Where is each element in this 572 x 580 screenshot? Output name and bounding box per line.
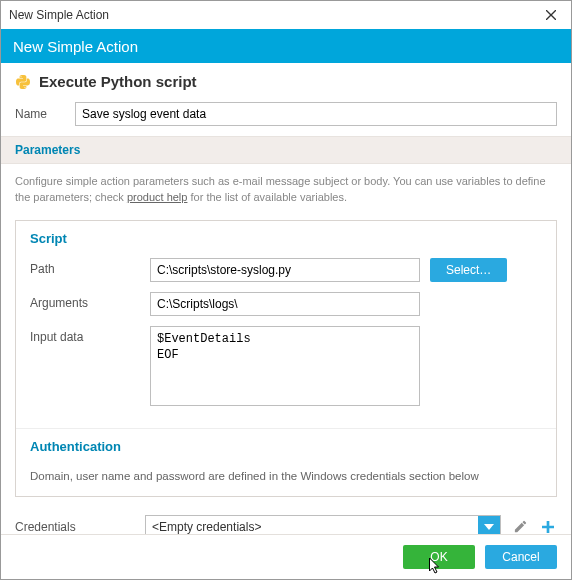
input-data-textarea[interactable]: $EventDetails EOF xyxy=(150,326,420,406)
instructions-text-2: for the list of available variables. xyxy=(187,191,347,203)
product-help-link[interactable]: product help xyxy=(127,191,188,203)
action-type-label: Execute Python script xyxy=(39,73,197,90)
plus-icon xyxy=(540,519,556,534)
input-data-row: Input data $EventDetails EOF xyxy=(30,326,542,406)
footer: OK Cancel xyxy=(1,534,571,579)
script-form: Path Select… Arguments Input data $Ev xyxy=(16,254,556,428)
dialog-window: New Simple Action New Simple Action Exec… xyxy=(0,0,572,580)
pencil-icon xyxy=(513,519,528,534)
body: Configure simple action parameters such … xyxy=(1,164,571,534)
auth-note: Domain, user name and password are defin… xyxy=(16,462,556,496)
parameters-instructions: Configure simple action parameters such … xyxy=(1,164,571,220)
parameters-section-title: Parameters xyxy=(1,136,571,164)
credentials-label: Credentials xyxy=(15,520,135,534)
python-icon xyxy=(15,74,31,90)
input-data-label: Input data xyxy=(30,326,150,344)
chevron-down-icon xyxy=(478,516,500,534)
add-credentials-button[interactable] xyxy=(539,518,557,534)
action-type-row: Execute Python script xyxy=(1,63,571,98)
credentials-selected: <Empty credentials> xyxy=(146,520,478,534)
auth-heading: Authentication xyxy=(16,428,556,462)
path-input[interactable] xyxy=(150,258,420,282)
name-row: Name xyxy=(1,98,571,136)
path-label: Path xyxy=(30,258,150,276)
name-input[interactable] xyxy=(75,102,557,126)
close-button[interactable] xyxy=(531,1,571,29)
select-path-button[interactable]: Select… xyxy=(430,258,507,282)
ok-label: OK xyxy=(430,550,447,564)
arguments-row: Arguments xyxy=(30,292,542,316)
path-row: Path Select… xyxy=(30,258,542,282)
arguments-input[interactable] xyxy=(150,292,420,316)
credentials-row: Credentials <Empty credentials> xyxy=(1,507,571,534)
credentials-dropdown[interactable]: <Empty credentials> xyxy=(145,515,501,534)
cancel-button[interactable]: Cancel xyxy=(485,545,557,569)
window-title: New Simple Action xyxy=(9,8,109,22)
ok-button[interactable]: OK xyxy=(403,545,475,569)
script-heading: Script xyxy=(16,221,556,254)
close-icon xyxy=(546,10,556,20)
edit-credentials-button[interactable] xyxy=(511,518,529,534)
arguments-label: Arguments xyxy=(30,292,150,310)
header-bar: New Simple Action xyxy=(1,29,571,63)
script-auth-panel: Script Path Select… Arguments Inp xyxy=(15,220,557,497)
title-bar: New Simple Action xyxy=(1,1,571,29)
header-title: New Simple Action xyxy=(13,38,138,55)
name-label: Name xyxy=(15,107,65,121)
